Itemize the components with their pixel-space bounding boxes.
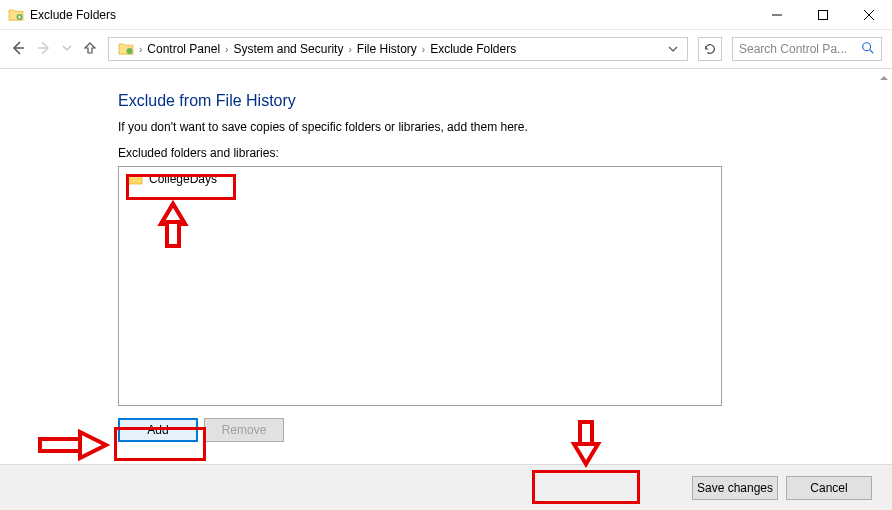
button-label: Cancel	[810, 481, 847, 495]
search-input[interactable]	[739, 42, 849, 56]
svg-point-3	[863, 42, 871, 50]
search-icon[interactable]	[861, 41, 875, 58]
minimize-button[interactable]	[754, 0, 800, 30]
content-area: Exclude from File History If you don't w…	[0, 70, 892, 464]
address-dropdown-button[interactable]	[663, 44, 683, 54]
breadcrumb-system-security[interactable]: System and Security	[228, 38, 348, 60]
page-heading: Exclude from File History	[118, 92, 864, 110]
list-buttons: Add Remove	[118, 418, 864, 442]
forward-button[interactable]	[36, 40, 52, 59]
cancel-button[interactable]: Cancel	[786, 476, 872, 500]
breadcrumb-exclude-folders[interactable]: Exclude Folders	[425, 38, 521, 60]
address-root-icon[interactable]	[113, 38, 139, 60]
breadcrumb-label: System and Security	[233, 42, 343, 56]
dialog-footer: Save changes Cancel	[0, 464, 892, 510]
button-label: Remove	[222, 423, 267, 437]
excluded-listbox[interactable]: CollegeDays	[118, 166, 722, 406]
search-box[interactable]	[732, 37, 882, 61]
window-icon	[8, 7, 24, 23]
back-button[interactable]	[10, 40, 26, 59]
window-title: Exclude Folders	[30, 8, 116, 22]
window-buttons	[754, 0, 892, 30]
remove-button[interactable]: Remove	[204, 418, 284, 442]
recent-locations-dropdown[interactable]	[62, 42, 72, 56]
list-item[interactable]: CollegeDays	[119, 167, 721, 191]
refresh-button[interactable]	[698, 37, 722, 61]
folder-icon	[127, 171, 143, 187]
svg-rect-1	[819, 10, 828, 19]
save-changes-button[interactable]: Save changes	[692, 476, 778, 500]
breadcrumb-control-panel[interactable]: Control Panel	[142, 38, 225, 60]
breadcrumb-label: Exclude Folders	[430, 42, 516, 56]
divider	[0, 68, 892, 69]
breadcrumb-file-history[interactable]: File History	[352, 38, 422, 60]
page-description: If you don't want to save copies of spec…	[118, 120, 864, 134]
title-bar: Exclude Folders	[0, 0, 892, 30]
maximize-button[interactable]	[800, 0, 846, 30]
breadcrumb-label: Control Panel	[147, 42, 220, 56]
list-label: Excluded folders and libraries:	[118, 146, 864, 160]
list-item-label: CollegeDays	[149, 172, 217, 186]
button-label: Save changes	[697, 481, 773, 495]
close-button[interactable]	[846, 0, 892, 30]
nav-arrows	[10, 40, 98, 59]
add-button[interactable]: Add	[118, 418, 198, 442]
up-button[interactable]	[82, 40, 98, 59]
address-bar[interactable]: › Control Panel › System and Security › …	[108, 37, 688, 61]
navigation-bar: › Control Panel › System and Security › …	[0, 30, 892, 68]
button-label: Add	[147, 423, 168, 437]
svg-point-2	[127, 48, 133, 54]
breadcrumb-label: File History	[357, 42, 417, 56]
